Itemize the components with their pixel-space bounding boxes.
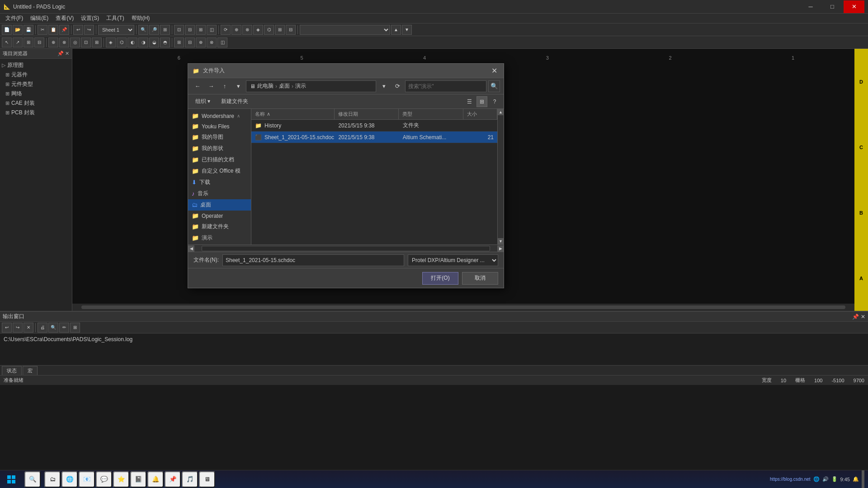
- output-pin-icon[interactable]: 📌: [852, 314, 859, 320]
- toolbar-zoom-fit[interactable]: ⊞: [160, 25, 170, 35]
- scroll-up-button[interactable]: ▲: [498, 109, 504, 115]
- new-folder-button[interactable]: 新建文件夹: [217, 96, 252, 107]
- tb2-b19[interactable]: ⊗: [207, 38, 217, 47]
- toolbar-c2[interactable]: ⊕: [231, 25, 241, 35]
- tb2-b13[interactable]: ◑: [138, 38, 148, 47]
- toolbar-c7[interactable]: ⊟: [286, 25, 296, 35]
- tb2-b6[interactable]: ⊗: [59, 38, 69, 47]
- horizontal-scrollbar[interactable]: [72, 304, 854, 311]
- left-item-myshape[interactable]: 📁 我的形状: [188, 143, 251, 154]
- left-item-music[interactable]: ♪ 音乐: [188, 188, 251, 199]
- toolbar-cut[interactable]: ✂: [38, 25, 47, 35]
- menu-settings[interactable]: 设置(S): [77, 14, 103, 23]
- sidebar-close-icon[interactable]: ✕: [65, 51, 69, 56]
- tb2-b3[interactable]: ⊞: [24, 38, 33, 47]
- toolbar-up[interactable]: ▲: [391, 25, 401, 35]
- tb2-b1[interactable]: ↖: [2, 38, 12, 47]
- cancel-button[interactable]: 取消: [462, 272, 498, 285]
- out-btn6[interactable]: ✏: [59, 323, 69, 333]
- toolbar-zoom-in[interactable]: 🔍: [138, 25, 148, 35]
- tab-status[interactable]: 状态: [2, 366, 22, 375]
- tb2-b7[interactable]: ◎: [70, 38, 80, 47]
- search-input[interactable]: [405, 80, 486, 92]
- component-dropdown[interactable]: [300, 25, 390, 35]
- left-item-youku[interactable]: 📁 Youku Files: [188, 121, 251, 131]
- taskbar-app3[interactable]: 📌: [165, 471, 181, 488]
- left-item-office[interactable]: 📁 自定义 Office 模: [188, 165, 251, 177]
- toolbar-down[interactable]: ▼: [402, 25, 412, 35]
- sidebar-item-component-types[interactable]: ⊞ 元件类型: [0, 80, 72, 89]
- out-btn4[interactable]: 🖨: [38, 323, 47, 333]
- sidebar-item-pcb[interactable]: ⊞ PCB 封装: [0, 108, 72, 117]
- col-date[interactable]: 修改日期: [335, 109, 399, 119]
- filename-input[interactable]: [222, 254, 404, 266]
- menu-view[interactable]: 查看(V): [52, 14, 77, 23]
- tb2-b20[interactable]: ◫: [217, 38, 227, 47]
- tb2-b14[interactable]: ◒: [149, 38, 159, 47]
- notification-icon[interactable]: 🔔: [853, 476, 859, 482]
- toolbar-redo[interactable]: ↪: [84, 25, 94, 35]
- taskbar-onenote[interactable]: 📓: [130, 471, 146, 488]
- toolbar-c3[interactable]: ⊗: [242, 25, 252, 35]
- toolbar-c5[interactable]: ⌬: [264, 25, 274, 35]
- taskbar-wechat[interactable]: 💬: [96, 471, 112, 488]
- toolbar-zoom-out[interactable]: 🔎: [149, 25, 159, 35]
- toolbar-c4[interactable]: ◈: [253, 25, 263, 35]
- tb2-b9[interactable]: ⊞: [92, 38, 102, 47]
- toolbar-c6[interactable]: ⊞: [275, 25, 285, 35]
- sidebar-item-components[interactable]: ⊞ 元器件: [0, 70, 72, 80]
- search-taskbar-icon[interactable]: 🔍: [24, 471, 41, 488]
- tb2-b15[interactable]: ◓: [160, 38, 170, 47]
- toolbar-b4[interactable]: ◫: [207, 25, 217, 35]
- out-btn5[interactable]: 🔍: [48, 323, 58, 333]
- scroll-left-button[interactable]: ◀: [188, 245, 194, 252]
- view-details-button[interactable]: ⊞: [476, 96, 487, 107]
- help-button[interactable]: ?: [489, 96, 500, 107]
- organize-button[interactable]: 组织 ▾: [192, 96, 214, 107]
- left-item-demo[interactable]: 📁 演示: [188, 232, 251, 244]
- menu-file[interactable]: 文件(F): [2, 14, 27, 23]
- file-row-history[interactable]: 📁 History 2021/5/15 9:38 文件夹: [251, 120, 497, 131]
- menu-tools[interactable]: 工具(T): [103, 14, 127, 23]
- tb2-b2[interactable]: ↗: [13, 38, 23, 47]
- toolbar-b1[interactable]: ⊡: [174, 25, 184, 35]
- nav-up-button[interactable]: ↑: [219, 80, 231, 92]
- toolbar-save[interactable]: 💾: [24, 25, 33, 35]
- search-button[interactable]: 🔍: [488, 80, 500, 92]
- col-type[interactable]: 类型: [399, 109, 463, 119]
- tb2-b8[interactable]: ⊡: [81, 38, 91, 47]
- tb2-b17[interactable]: ⊟: [185, 38, 195, 47]
- toolbar-open[interactable]: 📂: [13, 25, 23, 35]
- breadcrumb-expand-button[interactable]: ▾: [378, 80, 390, 92]
- taskbar-browser[interactable]: 🌐: [61, 471, 78, 488]
- tray-volume[interactable]: 🔊: [822, 476, 829, 482]
- toolbar-copy[interactable]: 📋: [48, 25, 58, 35]
- dialog-scrollbar[interactable]: ▲ ▼: [497, 109, 504, 244]
- scroll-right-button[interactable]: ▶: [497, 245, 504, 252]
- sidebar-item-schematic[interactable]: ▷ 原理图: [0, 61, 72, 70]
- tb2-b12[interactable]: ◐: [127, 38, 137, 47]
- taskbar-mail[interactable]: 📧: [79, 471, 95, 488]
- out-btn2[interactable]: ↪: [13, 323, 23, 333]
- show-desktop[interactable]: [862, 470, 864, 488]
- toolbar-c1[interactable]: ⟳: [221, 25, 231, 35]
- taskbar-app4[interactable]: 🎵: [182, 471, 198, 488]
- toolbar-undo[interactable]: ↩: [73, 25, 83, 35]
- tray-network[interactable]: 🌐: [813, 476, 820, 482]
- tb2-b10[interactable]: ◈: [106, 38, 116, 47]
- open-button[interactable]: 打开(O): [422, 272, 458, 285]
- toolbar-new[interactable]: 📄: [2, 25, 12, 35]
- left-item-newfolder[interactable]: 📁 新建文件夹: [188, 221, 251, 232]
- menu-help[interactable]: 帮助(H): [128, 14, 154, 23]
- scroll-down-button[interactable]: ▼: [498, 238, 504, 244]
- close-button[interactable]: ✕: [844, 0, 864, 13]
- dialog-close-button[interactable]: ✕: [489, 66, 499, 76]
- nav-forward-button[interactable]: →: [205, 80, 217, 92]
- sidebar-pin-icon[interactable]: 📌: [57, 51, 64, 56]
- filetype-dropdown[interactable]: Protel DXP/Altium Designer ...: [408, 254, 498, 266]
- minimize-button[interactable]: ─: [800, 0, 821, 13]
- out-btn1[interactable]: ↩: [2, 323, 12, 333]
- tb2-b18[interactable]: ⊕: [196, 38, 206, 47]
- tab-macro[interactable]: 宏: [23, 366, 38, 375]
- sidebar-item-cae[interactable]: ⊞ CAE 封装: [0, 99, 72, 108]
